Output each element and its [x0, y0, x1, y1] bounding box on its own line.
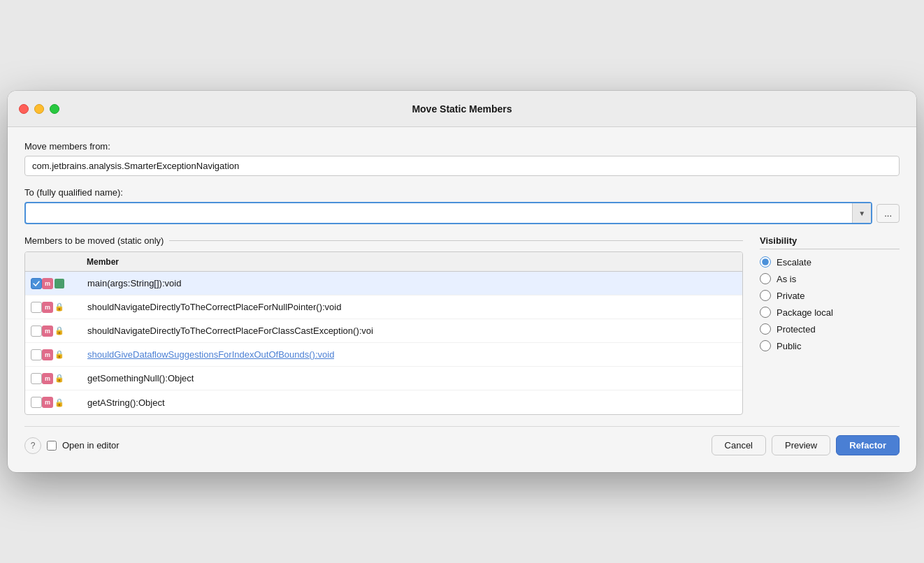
members-table: Member m main(args:String[: [24, 251, 743, 415]
method-icon: m: [42, 302, 53, 313]
visibility-section: Visibility Escalate As is Private: [760, 235, 900, 415]
row3-text: shouldNavigateDirectlyToTheCorrectPlaceF…: [87, 326, 373, 336]
from-label: Move members from:: [24, 141, 900, 152]
radio-public[interactable]: Public: [760, 340, 900, 351]
move-static-members-dialog: Move Static Members Move members from: c…: [8, 91, 916, 472]
radio-private-label: Private: [777, 291, 804, 301]
table-header: Member: [25, 252, 742, 272]
footer: ? Open in editor Cancel Preview Refactor: [24, 426, 900, 458]
radio-protected[interactable]: Protected: [760, 323, 900, 335]
members-section: Members to be moved (static only) Member: [24, 235, 743, 415]
row6-checkbox[interactable]: [31, 397, 42, 408]
table-row: m main(args:String[]):void: [25, 272, 742, 295]
flag-icon: [55, 279, 64, 288]
radio-private-input[interactable]: [760, 290, 771, 301]
radio-package-local-label: Package local: [777, 307, 833, 318]
titlebar: Move Static Members: [8, 91, 916, 127]
row4-icons: m 🔒: [42, 349, 80, 360]
radio-package-local-input[interactable]: [760, 307, 771, 318]
lock-icon: 🔒: [55, 398, 64, 407]
footer-buttons: Cancel Preview Refactor: [712, 435, 900, 455]
traffic-lights: [19, 104, 59, 114]
visibility-title: Visibility: [760, 235, 900, 249]
radio-private[interactable]: Private: [760, 290, 900, 301]
row3-checkbox[interactable]: [31, 326, 42, 337]
chevron-down-icon: ▼: [858, 210, 865, 217]
source-field: com.jetbrains.analysis.SmarterExceptionN…: [24, 156, 900, 176]
method-icon: m: [42, 278, 53, 289]
method-icon: m: [42, 349, 53, 360]
row1-text: main(args:String[]):void: [87, 278, 181, 288]
row5-icons: m 🔒: [42, 373, 80, 384]
row6-icons: m 🔒: [42, 397, 80, 408]
row1-icons: m: [42, 278, 80, 289]
row1-checkbox[interactable]: [31, 278, 42, 289]
preview-button[interactable]: Preview: [772, 435, 830, 455]
radio-protected-input[interactable]: [760, 323, 771, 335]
radio-escalate[interactable]: Escalate: [760, 256, 900, 268]
row5-checkbox[interactable]: [31, 373, 42, 384]
cancel-button[interactable]: Cancel: [712, 435, 766, 455]
radio-as-is-input[interactable]: [760, 273, 771, 284]
method-icon: m: [42, 397, 53, 408]
radio-public-label: Public: [777, 341, 801, 351]
method-icon: m: [42, 326, 53, 337]
radio-escalate-input[interactable]: [760, 256, 771, 268]
radio-escalate-label: Escalate: [777, 257, 811, 268]
table-row: m 🔒 shouldNavigateDirectlyToTheCorrectPl…: [25, 319, 742, 343]
row2-text: shouldNavigateDirectlyToTheCorrectPlaceF…: [87, 302, 341, 312]
open-in-editor-label: Open in editor: [62, 440, 120, 451]
main-area: Members to be moved (static only) Member: [24, 235, 900, 415]
destination-row: ▼ ...: [24, 202, 900, 224]
row6-text: getAString():Object: [87, 397, 165, 408]
table-row: m 🔒 getSomethingNull():Object: [25, 367, 742, 390]
members-section-label: Members to be moved (static only): [24, 235, 743, 246]
table-row: m 🔒 getAString():Object: [25, 390, 742, 414]
table-row: m 🔒 shouldGiveDataflowSuggestionsForInde…: [25, 343, 742, 367]
dialog-body: Move members from: com.jetbrains.analysi…: [8, 127, 916, 472]
refactor-button[interactable]: Refactor: [836, 435, 900, 455]
row4-text[interactable]: shouldGiveDataflowSuggestionsForIndexOut…: [87, 349, 334, 360]
ellipsis-button[interactable]: ...: [876, 204, 900, 223]
radio-as-is-label: As is: [777, 274, 796, 284]
row2-icons: m 🔒: [42, 302, 80, 313]
dialog-title: Move Static Members: [412, 103, 512, 115]
minimize-button[interactable]: [34, 104, 44, 114]
maximize-button[interactable]: [50, 104, 59, 114]
to-label: To (fully qualified name):: [24, 187, 900, 198]
row3-icons: m 🔒: [42, 326, 80, 337]
close-button[interactable]: [19, 104, 29, 114]
dropdown-arrow-button[interactable]: ▼: [852, 203, 871, 223]
footer-left: ? Open in editor: [24, 437, 712, 454]
open-in-editor-checkbox[interactable]: [47, 441, 57, 451]
destination-input[interactable]: [26, 204, 852, 223]
radio-as-is[interactable]: As is: [760, 273, 900, 284]
radio-public-input[interactable]: [760, 340, 771, 351]
lock-icon: 🔒: [55, 326, 64, 335]
lock-icon: 🔒: [55, 350, 64, 359]
radio-package-local[interactable]: Package local: [760, 307, 900, 318]
help-button[interactable]: ?: [24, 437, 41, 454]
member-column-header: Member: [31, 257, 119, 267]
row4-checkbox[interactable]: [31, 349, 42, 360]
destination-input-wrapper: ▼: [24, 202, 872, 224]
lock-icon: 🔒: [55, 374, 64, 383]
row5-text: getSomethingNull():Object: [87, 373, 194, 383]
radio-protected-label: Protected: [777, 324, 816, 335]
row2-checkbox[interactable]: [31, 302, 42, 313]
table-row: m 🔒 shouldNavigateDirectlyToTheCorrectPl…: [25, 295, 742, 319]
radio-group: Escalate As is Private Package local: [760, 256, 900, 351]
method-icon: m: [42, 373, 53, 384]
lock-icon: 🔒: [55, 302, 64, 312]
